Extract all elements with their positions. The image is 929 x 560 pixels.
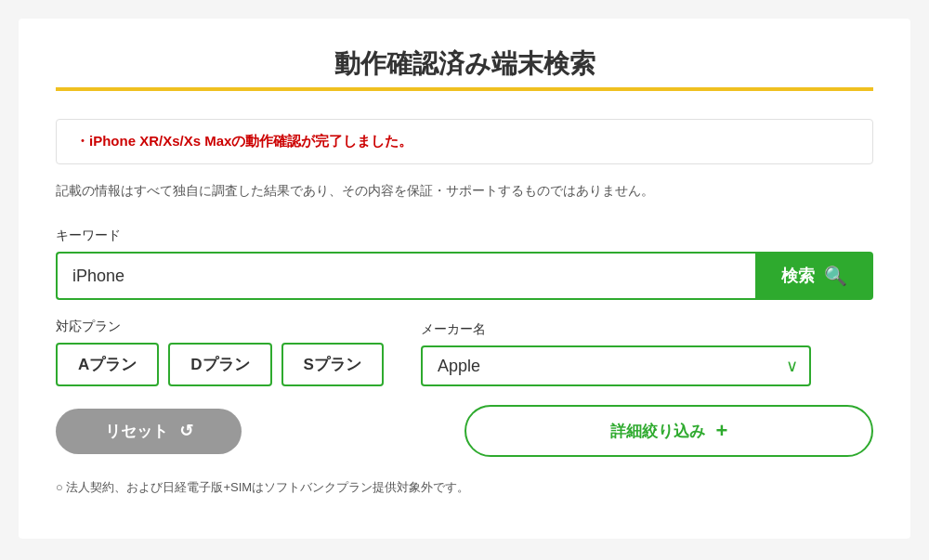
d-plan-button[interactable]: Dプラン	[168, 343, 271, 386]
a-plan-button[interactable]: Aプラン	[56, 343, 159, 386]
main-container: 動作確認済み端末検索 ・iPhone XR/Xs/Xs Maxの動作確認が完了し…	[19, 19, 910, 539]
filters-row: 対応プラン Aプラン Dプラン Sプラン メーカー名 Apple Samsung	[56, 319, 873, 386]
plan-label: 対応プラン	[56, 319, 384, 335]
reset-button-label: リセット	[105, 421, 168, 442]
page-title-section: 動作確認済み端末検索	[56, 46, 873, 91]
reset-icon: ↺	[179, 421, 193, 441]
notification-box: ・iPhone XR/Xs/Xs Maxの動作確認が完了しました。	[56, 119, 873, 164]
search-input[interactable]	[56, 252, 755, 300]
search-row: 検索 🔍	[56, 252, 873, 300]
detail-filter-label: 詳細絞り込み	[610, 421, 705, 442]
disclaimer-text: 記載の情報はすべて独自に調査した結果であり、その内容を保証・サポートするものでは…	[56, 183, 873, 200]
search-button-label: 検索	[781, 265, 815, 287]
maker-label: メーカー名	[421, 321, 811, 338]
plan-filter-group: 対応プラン Aプラン Dプラン Sプラン	[56, 319, 384, 386]
notification-text: ・iPhone XR/Xs/Xs Maxの動作確認が完了しました。	[75, 133, 412, 149]
search-button[interactable]: 検索 🔍	[755, 252, 873, 300]
maker-filter-group: メーカー名 Apple Samsung Sony Sharp Huawei ∨	[421, 321, 811, 386]
maker-select-wrapper: Apple Samsung Sony Sharp Huawei ∨	[421, 345, 811, 386]
detail-filter-button[interactable]: 詳細絞り込み +	[464, 405, 873, 457]
keyword-label: キーワード	[56, 228, 873, 244]
reset-button[interactable]: リセット ↺	[56, 409, 242, 454]
page-title: 動作確認済み端末検索	[334, 46, 595, 82]
footnote-text: ○ 法人契約、および日経電子版+SIMはソフトバンクプラン提供対象外です。	[56, 479, 873, 496]
search-icon: 🔍	[824, 265, 847, 287]
actions-row: リセット ↺ 詳細絞り込み +	[56, 405, 873, 457]
plus-icon: +	[716, 419, 728, 443]
plan-buttons-row: Aプラン Dプラン Sプラン	[56, 343, 384, 386]
page-title-underline	[56, 87, 873, 91]
s-plan-button[interactable]: Sプラン	[281, 343, 384, 386]
search-section: キーワード 検索 🔍	[56, 228, 873, 300]
maker-select[interactable]: Apple Samsung Sony Sharp Huawei	[421, 345, 811, 386]
